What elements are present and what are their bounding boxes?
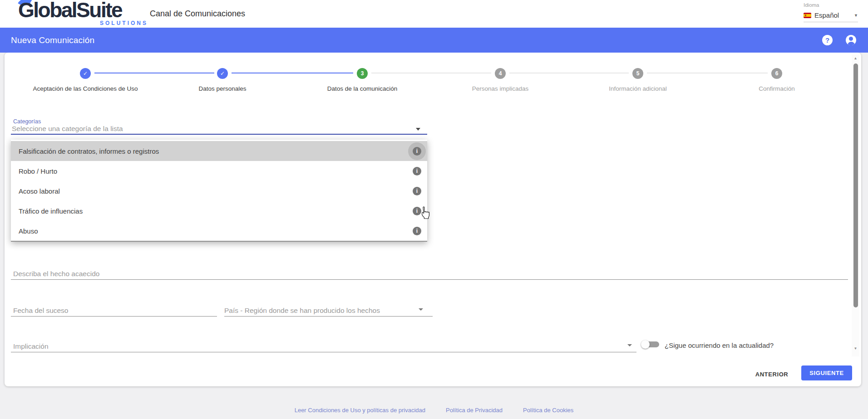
step-6-circle[interactable]: 6: [771, 68, 782, 79]
account-icon[interactable]: [846, 35, 856, 45]
step-1-label: Aceptación de las Condiciones de Uso: [13, 85, 158, 92]
account-body-icon: [848, 42, 855, 46]
option-label: Falsificación de contratos, informes o r…: [19, 147, 159, 155]
language-select[interactable]: Español ▼: [804, 11, 858, 22]
category-select[interactable]: Seleccione una categoría de la lista: [12, 125, 411, 133]
category-option-4[interactable]: Tráfico de influencias i: [11, 201, 427, 221]
option-label: Acoso laboral: [19, 187, 60, 195]
step-connector-3: [371, 73, 491, 73]
category-label: Categorías: [13, 118, 41, 125]
help-icon[interactable]: ?: [822, 35, 833, 45]
chevron-down-icon: ▼: [854, 13, 858, 18]
step-connector-5: [647, 73, 768, 73]
step-2-label: Datos personales: [150, 85, 295, 92]
step-connector-4: [509, 73, 629, 73]
scrollbar[interactable]: ▲ ▼: [852, 54, 859, 356]
category-option-3[interactable]: Acoso laboral i: [11, 181, 427, 201]
footer-link-cookies[interactable]: Política de Cookies: [523, 407, 573, 414]
previous-button[interactable]: ANTERIOR: [747, 369, 797, 380]
account-head-icon: [849, 37, 853, 41]
step-2-circle[interactable]: ✓: [217, 68, 228, 79]
toggle-knob: [641, 340, 650, 349]
description-input[interactable]: Describa el hecho acaecido: [13, 270, 99, 278]
info-icon[interactable]: i: [413, 227, 421, 235]
footer-link-privacy[interactable]: Política de Privacidad: [446, 407, 503, 414]
involvement-underline: [11, 352, 636, 352]
language-label: Idioma: [804, 2, 858, 8]
top-header: GlobalSuite SOLUTIONS Canal de Comunicac…: [0, 0, 868, 28]
caret-down-icon: [416, 128, 420, 131]
step-5-label: Información adicional: [565, 85, 710, 92]
country-underline: [224, 316, 433, 317]
footer-link-conditions[interactable]: Leer Condiciones de Uso y políticas de p…: [295, 407, 425, 414]
step-4-label: Personas implicadas: [428, 85, 573, 92]
country-select[interactable]: País - Región donde se han producido los…: [224, 307, 380, 315]
next-button[interactable]: SIGUIENTE: [801, 365, 852, 380]
date-input[interactable]: Fecha del suceso: [13, 307, 69, 315]
option-label: Tráfico de influencias: [19, 207, 83, 215]
step-connector-1: [94, 73, 214, 73]
logo-sub-text: SOLUTIONS: [100, 20, 148, 26]
category-option-2[interactable]: Robo / Hurto i: [11, 161, 427, 181]
step-6-label: Confirmación: [704, 85, 849, 92]
caret-down-icon: [419, 308, 423, 311]
date-underline: [11, 316, 217, 317]
category-dropdown-panel: Falsificación de contratos, informes o r…: [11, 140, 427, 242]
info-icon[interactable]: i: [413, 187, 421, 195]
step-4-circle[interactable]: 4: [495, 68, 506, 79]
step-3-label: Datos de la comunicación: [290, 85, 435, 92]
still-happening-label: ¿Sigue ocurriendo en la actualidad?: [665, 341, 774, 349]
info-icon[interactable]: i: [413, 207, 421, 215]
option-label: Abuso: [19, 227, 38, 235]
caret-down-icon: [627, 344, 632, 346]
category-option-5[interactable]: Abuso i: [11, 221, 427, 241]
form-card: ✓ ✓ 3 4 5 6 Aceptación de las Condicione…: [5, 53, 861, 386]
logo-main-text: GlobalSuite: [18, 0, 122, 21]
scrollbar-thumb[interactable]: [853, 63, 858, 307]
spain-flag-icon: [804, 13, 811, 18]
footer: Leer Condiciones de Uso y políticas de p…: [0, 407, 868, 414]
category-select-underline: [11, 134, 427, 135]
involvement-select[interactable]: Implicación: [13, 342, 49, 351]
info-icon[interactable]: i: [413, 147, 421, 156]
category-option-1[interactable]: Falsificación de contratos, informes o r…: [11, 141, 427, 161]
language-value: Español: [814, 11, 839, 19]
description-underline: [11, 279, 848, 280]
step-1-circle[interactable]: ✓: [80, 68, 91, 79]
scroll-down-icon[interactable]: ▼: [852, 346, 859, 351]
still-happening-toggle[interactable]: [640, 338, 661, 350]
language-selector[interactable]: Idioma Español ▼: [804, 2, 858, 22]
step-connector-2: [232, 73, 353, 73]
toolbar: Nueva Comunicación ?: [0, 28, 868, 53]
page-title: Canal de Comunicaciones: [150, 0, 245, 28]
step-5-circle[interactable]: 5: [632, 68, 643, 79]
globalsuite-logo: GlobalSuite SOLUTIONS: [18, 1, 145, 26]
toolbar-title: Nueva Comunicación: [11, 35, 94, 45]
option-label: Robo / Hurto: [19, 167, 57, 175]
scroll-up-icon[interactable]: ▲: [852, 56, 859, 60]
info-icon[interactable]: i: [413, 167, 421, 175]
step-3-circle[interactable]: 3: [357, 68, 368, 79]
